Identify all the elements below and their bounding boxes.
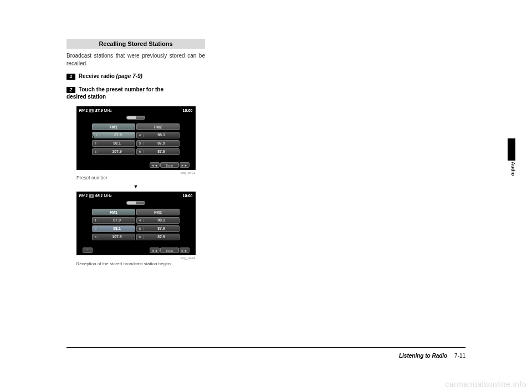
step-1-ref: (page 7-9) [116, 73, 142, 79]
s1-source: FM 1 [79, 109, 88, 112]
s1-unit: MHz [104, 109, 111, 112]
step-2-marker: 2 [66, 87, 75, 93]
s1-preset-indicator: 1 [89, 109, 93, 112]
s1-image-id: eng_a431 [76, 171, 196, 174]
screenshot-1-wrap: FM 1 1 87.9 MHz 10:00 FM1 FM2 187.9 498.… [76, 106, 196, 170]
s1-tab-fm2[interactable]: FM2 [136, 123, 180, 130]
step-2-label-l1: Touch the preset number for the [79, 86, 163, 92]
footer-page: 7-11 [454, 353, 466, 359]
s1-preset-2[interactable]: 298.1 [92, 140, 135, 147]
down-arrow-icon: ▼ [66, 184, 205, 189]
s2-fmam-toggle[interactable] [126, 201, 145, 205]
s2-up-button[interactable]: ⌃ [83, 247, 93, 253]
s2-tab-fm2[interactable]: FM2 [136, 209, 180, 215]
s2-clock: 10:00 [183, 194, 193, 198]
s1-preset-4[interactable]: 498.1 [136, 132, 180, 138]
s1-tune-next[interactable]: ►► [180, 162, 190, 168]
s2-preset-3[interactable]: 3107.9 [92, 234, 135, 240]
s1-tune-label: Tune [160, 162, 179, 168]
intro-text: Broadcast stations that were previously … [66, 52, 205, 67]
step-1: 1 Receive radio (page 7-9) [66, 73, 205, 80]
s2-frequency: 98.1 [95, 194, 103, 198]
s2-tab-fm1[interactable]: FM1 [92, 209, 135, 215]
side-tab-marker [508, 138, 515, 161]
screenshot-2: FM 1 2 98.1 MHz 10:00 FM1 FM2 187.9 498.… [76, 192, 196, 255]
side-tab-label: Audio [510, 162, 515, 176]
s1-preset-3[interactable]: 3107.9 [92, 148, 135, 155]
callout-circle-icon [85, 133, 94, 142]
s1-clock: 10:00 [183, 109, 193, 112]
s2-preset-6[interactable]: 687.9 [136, 234, 180, 240]
s1-frequency: 87.9 [95, 109, 103, 112]
screenshot-2-wrap: FM 1 2 98.1 MHz 10:00 FM1 FM2 187.9 498.… [76, 192, 196, 255]
s1-preset-5[interactable]: 587.9 [136, 140, 180, 147]
s2-tune-label: Tune [160, 247, 179, 253]
s1-callout-label: Preset number [76, 175, 205, 180]
s1-preset-1[interactable]: 187.9 [92, 132, 135, 138]
s2-image-id: eng_a434 [76, 256, 196, 260]
s2-preset-indicator: 2 [89, 194, 93, 198]
step-1-label: Receive radio [79, 73, 115, 79]
s1-tab-fm1[interactable]: FM1 [92, 123, 135, 130]
watermark: carmanualsonline.info [445, 380, 526, 389]
s1-tune-group: ◄◄ Tune ►► [150, 162, 190, 168]
footer: Listening to Radio 7-11 [399, 353, 466, 359]
s2-unit: MHz [104, 194, 111, 198]
s1-tune-prev[interactable]: ◄◄ [150, 162, 160, 168]
s2-result-caption: Reception of the stored broadcast statio… [76, 261, 196, 266]
step-1-marker: 1 [66, 74, 75, 80]
s2-preset-5[interactable]: 587.9 [136, 225, 180, 232]
footer-section: Listening to Radio [399, 353, 447, 359]
s2-tune-prev[interactable]: ◄◄ [150, 247, 160, 253]
screenshot-1: FM 1 1 87.9 MHz 10:00 FM1 FM2 187.9 498.… [76, 106, 196, 170]
step-2: 2 Touch the preset number for the desire… [66, 86, 205, 101]
s2-preset-2[interactable]: 298.1 [92, 225, 135, 232]
callout-line [89, 142, 90, 167]
step-2-label-l2: desired station [66, 94, 106, 100]
s1-fmam-toggle[interactable] [126, 116, 145, 120]
s2-preset-1[interactable]: 187.9 [92, 217, 135, 224]
section-heading: Recalling Stored Stations [66, 39, 205, 49]
s2-preset-4[interactable]: 498.1 [136, 217, 180, 224]
s2-source: FM 1 [79, 194, 88, 198]
s2-tune-group: ◄◄ Tune ►► [150, 247, 190, 253]
footer-rule [66, 347, 466, 348]
s1-preset-6[interactable]: 687.9 [136, 148, 180, 155]
s2-tune-next[interactable]: ►► [180, 247, 190, 253]
